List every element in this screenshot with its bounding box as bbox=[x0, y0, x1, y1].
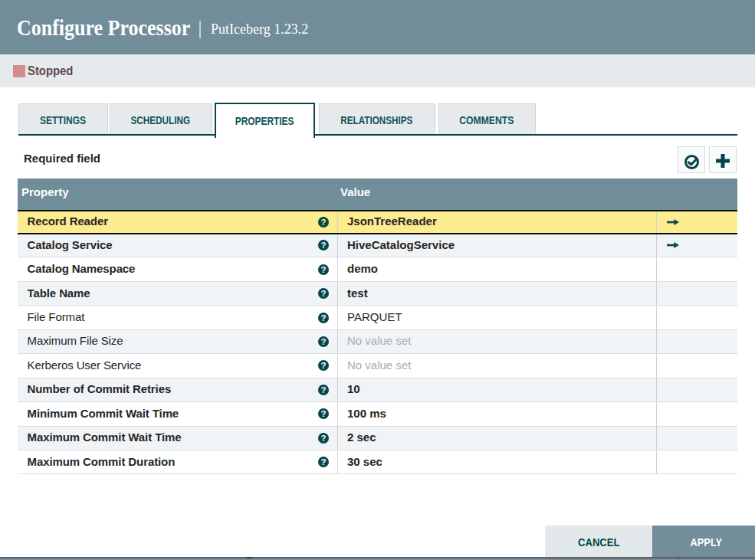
svg-text:?: ? bbox=[320, 265, 326, 274]
svg-text:?: ? bbox=[320, 313, 326, 323]
svg-text:?: ? bbox=[320, 289, 326, 298]
svg-text:?: ? bbox=[320, 337, 326, 346]
svg-text:?: ? bbox=[320, 361, 326, 370]
svg-text:?: ? bbox=[320, 409, 326, 418]
svg-text:?: ? bbox=[320, 457, 326, 467]
svg-text:?: ? bbox=[320, 385, 326, 395]
svg-text:?: ? bbox=[320, 434, 326, 443]
svg-text:?: ? bbox=[320, 241, 326, 250]
svg-text:?: ? bbox=[320, 218, 326, 227]
